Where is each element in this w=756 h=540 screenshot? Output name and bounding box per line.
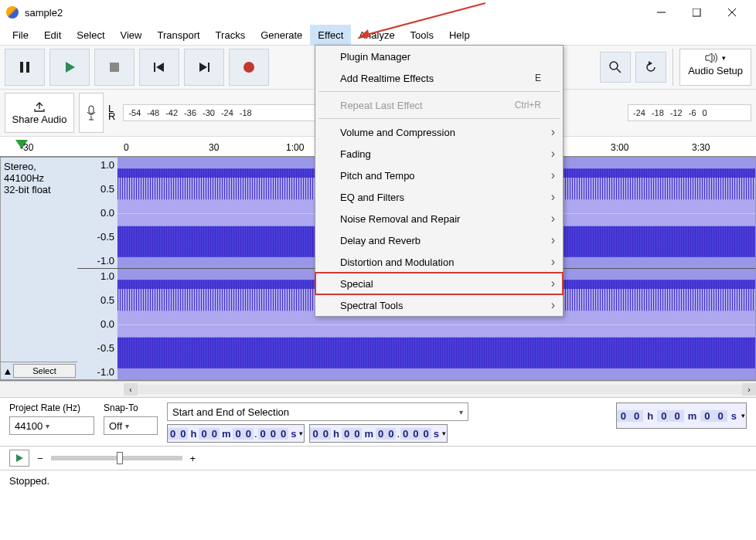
menu-tracks[interactable]: Tracks: [208, 25, 254, 45]
menu-effect[interactable]: Effect: [310, 25, 351, 45]
lr-label: LR: [108, 105, 115, 121]
menuitem-add-realtime-effects[interactable]: Add Realtime EffectsE: [315, 67, 563, 89]
menu-separator: [318, 118, 560, 119]
svg-marker-17: [649, 61, 652, 66]
zoom-button[interactable]: [600, 52, 631, 83]
record-button[interactable]: [229, 49, 269, 86]
track-depth: 32-bit float: [4, 184, 74, 195]
menu-view[interactable]: View: [113, 25, 150, 45]
menu-tools[interactable]: Tools: [403, 25, 441, 45]
selection-end-timecode[interactable]: 00h 00m 00. 000s▾: [309, 424, 447, 443]
undo-button[interactable]: [635, 52, 666, 83]
svg-marker-20: [16, 454, 23, 462]
menuitem-plugin-manager[interactable]: Plugin Manager: [315, 46, 563, 67]
svg-rect-10: [154, 63, 155, 72]
pause-button[interactable]: [5, 49, 45, 86]
menu-edit[interactable]: Edit: [36, 25, 69, 45]
minimize-button[interactable]: [643, 1, 679, 24]
audio-setup-button[interactable]: ▾ Audio Setup: [679, 49, 751, 86]
track-control-panel[interactable]: Stereo, 44100Hz 32-bit float ▲ Select: [0, 157, 77, 380]
audio-setup-label: Audio Setup: [688, 65, 743, 76]
menu-file[interactable]: File: [5, 25, 36, 45]
playback-speed-slider[interactable]: [51, 456, 182, 460]
snap-to-label: Snap-To: [104, 402, 158, 413]
plus-label: +: [190, 453, 196, 464]
selection-start-timecode[interactable]: 00h 00m 00. 000s▾: [167, 424, 305, 443]
audio-position-timecode[interactable]: 00h 00m 00s▾: [616, 402, 747, 429]
skip-start-button[interactable]: [139, 49, 179, 86]
menuitem-eq-filters[interactable]: EQ and Filters: [315, 186, 563, 208]
svg-rect-13: [208, 63, 209, 72]
menu-separator: [318, 91, 560, 92]
collapse-icon[interactable]: ▲: [2, 365, 13, 377]
titlebar: sample2: [0, 0, 756, 25]
mic-icon: [87, 105, 96, 121]
stop-button[interactable]: [94, 49, 135, 86]
menuitem-delay-reverb[interactable]: Delay and Reverb: [315, 229, 563, 251]
svg-rect-7: [26, 62, 29, 73]
menu-analyze[interactable]: Analyze: [351, 25, 402, 45]
speaker-icon: [705, 53, 719, 63]
share-audio-button[interactable]: Share Audio: [5, 93, 74, 133]
app-icon: [6, 6, 19, 19]
menu-generate[interactable]: Generate: [253, 25, 310, 45]
share-icon: [33, 101, 46, 112]
close-button[interactable]: [714, 1, 750, 24]
skip-end-button[interactable]: [184, 49, 224, 86]
svg-marker-8: [66, 62, 75, 73]
svg-marker-18: [706, 53, 712, 63]
menuitem-pitch-tempo[interactable]: Pitch and Tempo: [315, 165, 563, 186]
effect-dropdown: Plugin Manager Add Realtime EffectsE Rep…: [315, 45, 564, 317]
menuitem-spectral-tools[interactable]: Spectral Tools: [315, 294, 563, 316]
selection-toolbar: Project Rate (Hz) 44100▾ Snap-To Off▾ St…: [0, 398, 756, 447]
minus-label: −: [37, 453, 43, 464]
svg-rect-19: [89, 106, 94, 114]
svg-rect-3: [693, 8, 700, 16]
svg-rect-9: [110, 63, 119, 72]
menuitem-noise-removal[interactable]: Noise Removal and Repair: [315, 208, 563, 229]
project-rate-label: Project Rate (Hz): [9, 402, 94, 413]
maximize-button[interactable]: [679, 1, 714, 24]
menubar: File Edit Select View Transport Tracks G…: [0, 25, 756, 45]
amplitude-scale: 1.00.50.0-0.5-1.0 1.00.50.0-0.5-1.0: [77, 157, 117, 380]
menu-transport[interactable]: Transport: [149, 25, 207, 45]
selection-mode-select[interactable]: Start and End of Selection▾: [167, 402, 468, 421]
menu-select[interactable]: Select: [69, 25, 112, 45]
svg-rect-6: [20, 62, 23, 73]
menuitem-distortion-modulation[interactable]: Distortion and Modulation: [315, 251, 563, 273]
scroll-right-button[interactable]: ›: [742, 383, 756, 396]
menuitem-volume-compression[interactable]: Volume and Compression: [315, 121, 563, 143]
track-select-button[interactable]: Select: [13, 364, 76, 378]
menu-help[interactable]: Help: [441, 25, 478, 45]
menuitem-fading[interactable]: Fading: [315, 143, 563, 165]
menuitem-repeat-last-effect: Repeat Last EffectCtrl+R: [315, 94, 563, 116]
play-button[interactable]: [49, 49, 90, 86]
track-format: Stereo, 44100Hz: [4, 161, 74, 184]
svg-marker-12: [199, 63, 207, 72]
mic-button[interactable]: [79, 93, 104, 133]
window-title: sample2: [25, 7, 643, 19]
status-bar: Stopped.: [0, 470, 756, 491]
svg-point-14: [243, 62, 254, 73]
horizontal-scrollbar[interactable]: ‹ ›: [0, 381, 756, 398]
play-at-speed-toolbar: − +: [0, 447, 756, 470]
playback-meter[interactable]: -24-18-12-60: [628, 104, 751, 121]
svg-marker-11: [156, 63, 164, 72]
play-at-speed-button[interactable]: [9, 450, 29, 467]
svg-line-16: [617, 69, 621, 73]
snap-to-select[interactable]: Off▾: [104, 416, 158, 435]
scroll-left-button[interactable]: ‹: [124, 383, 138, 396]
svg-point-15: [610, 62, 618, 70]
menuitem-special[interactable]: Special: [315, 273, 563, 294]
project-rate-input[interactable]: 44100▾: [9, 416, 94, 435]
